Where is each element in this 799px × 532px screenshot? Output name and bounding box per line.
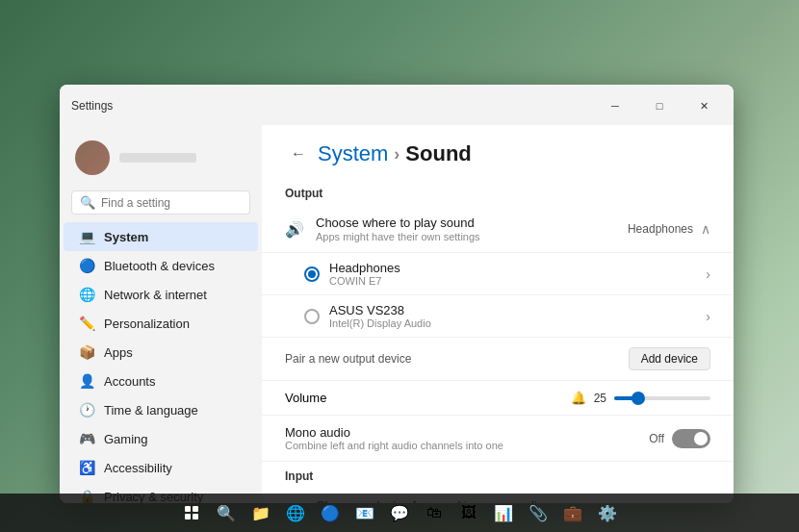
radio-left-asus: ASUS VS238 Intel(R) Display Audio — [304, 303, 431, 329]
sidebar-item-network[interactable]: 🌐 Network & internet — [64, 280, 258, 309]
sidebar-item-label: Gaming — [104, 432, 148, 446]
minimize-button[interactable]: ─ — [593, 90, 637, 121]
asus-label: ASUS VS238 — [329, 303, 431, 317]
sidebar-item-system[interactable]: 💻 System — [64, 222, 258, 251]
mono-toggle[interactable] — [672, 429, 710, 448]
mono-title: Mono audio — [285, 425, 503, 440]
taskbar-chrome[interactable]: 🌐 — [280, 497, 311, 528]
headphones-text: Headphones COWIN E7 — [329, 261, 400, 287]
sidebar-item-label: Bluetooth & devices — [104, 259, 215, 273]
personalization-icon: ✏️ — [79, 316, 94, 331]
breadcrumb: ← System › Sound — [285, 140, 710, 167]
sidebar-item-personalization[interactable]: ✏️ Personalization — [64, 309, 258, 338]
bluetooth-icon: 🔵 — [79, 258, 94, 273]
system-icon: 💻 — [79, 229, 94, 244]
taskbar-outlook[interactable]: 📎 — [523, 497, 554, 528]
breadcrumb-separator: › — [394, 144, 400, 165]
chevron-right-icon-2: › — [706, 309, 710, 324]
titlebar: Settings ─ □ ✕ — [60, 85, 734, 125]
taskbar-explorer[interactable]: 📁 — [245, 497, 276, 528]
output-choose-right: Headphones ∧ — [628, 221, 710, 237]
maximize-button[interactable]: □ — [637, 90, 682, 121]
volume-label: Volume — [285, 391, 326, 405]
breadcrumb-current: Sound — [405, 141, 471, 166]
volume-slider[interactable] — [614, 396, 710, 400]
time-icon: 🕐 — [79, 402, 94, 418]
taskbar-mail[interactable]: 📧 — [349, 497, 380, 528]
taskbar-excel[interactable]: 📊 — [488, 497, 519, 528]
headphones-label: Headphones — [329, 261, 400, 275]
titlebar-controls: ─ □ ✕ — [593, 90, 726, 121]
sidebar-item-accessibility[interactable]: ♿ Accessibility — [64, 453, 258, 482]
sidebar: 🔍 💻 System 🔵 Bluetooth & devices 🌐 Netwo… — [60, 125, 262, 503]
radio-headphones — [304, 266, 320, 282]
asus-text: ASUS VS238 Intel(R) Display Audio — [329, 303, 431, 329]
speaker-icon: 🔊 — [285, 220, 304, 239]
taskbar-teams[interactable]: 💬 — [384, 497, 415, 528]
sidebar-item-gaming[interactable]: 🎮 Gaming — [64, 424, 258, 453]
search-input[interactable] — [101, 196, 245, 210]
sidebar-item-bluetooth[interactable]: 🔵 Bluetooth & devices — [64, 251, 258, 280]
taskbar-edge[interactable]: 🔵 — [315, 497, 346, 528]
main-header: ← System › Sound — [262, 125, 734, 179]
user-name — [119, 153, 196, 163]
sidebar-item-label: Personalization — [104, 317, 190, 331]
volume-icon: 🔔 — [571, 391, 586, 405]
sidebar-item-label: Apps — [104, 345, 133, 360]
start-button[interactable] — [176, 497, 207, 528]
settings-window: Settings ─ □ ✕ 🔍 💻 System 🔵 B — [60, 85, 734, 503]
windows-logo — [185, 506, 198, 519]
volume-left: Volume — [285, 391, 326, 405]
setting-left: 🔊 Choose where to play sound Apps might … — [285, 215, 480, 242]
sidebar-item-accounts[interactable]: 👤 Accounts — [64, 367, 258, 395]
taskbar-photos[interactable]: 🖼 — [453, 497, 484, 528]
sidebar-item-apps[interactable]: 📦 Apps — [64, 338, 258, 367]
sidebar-item-label: Accessibility — [104, 461, 172, 475]
mono-state: Off — [649, 432, 664, 445]
mono-sub: Combine left and right audio channels in… — [285, 440, 503, 451]
headphones-sub: COWIN E7 — [329, 275, 400, 287]
output-choose-row[interactable]: 🔊 Choose where to play sound Apps might … — [262, 206, 734, 253]
output-device-headphones[interactable]: Headphones COWIN E7 › — [262, 253, 734, 295]
volume-right: 🔔 25 — [571, 391, 710, 405]
input-section-label: Input — [262, 462, 734, 489]
radio-left: Headphones COWIN E7 — [304, 261, 400, 287]
apps-icon: 📦 — [79, 344, 94, 360]
titlebar-left: Settings — [71, 99, 113, 113]
main-content: ← System › Sound Output 🔊 Choose where t… — [262, 125, 734, 503]
chevron-up-icon: ∧ — [701, 221, 710, 237]
mono-audio-row: Mono audio Combine left and right audio … — [262, 416, 734, 462]
choose-output-title: Choose where to play sound — [316, 215, 480, 230]
chevron-right-icon: › — [706, 266, 710, 282]
taskbar-search[interactable]: 🔍 — [211, 497, 242, 528]
sidebar-item-label: Accounts — [104, 374, 155, 389]
breadcrumb-parent[interactable]: System — [318, 141, 388, 166]
pair-output-label: Pair a new output device — [285, 352, 411, 366]
add-output-device-button[interactable]: Add device — [629, 347, 710, 370]
back-button[interactable]: ← — [285, 140, 312, 167]
asus-sub: Intel(R) Display Audio — [329, 317, 431, 329]
user-section — [60, 133, 262, 187]
close-button[interactable]: ✕ — [682, 90, 726, 121]
taskbar-store[interactable]: 🛍 — [419, 497, 450, 528]
taskbar-skype[interactable]: 💼 — [557, 497, 588, 528]
pair-output-row: Pair a new output device Add device — [262, 338, 734, 381]
choose-output-text: Choose where to play sound Apps might ha… — [316, 215, 480, 242]
search-icon: 🔍 — [80, 195, 95, 210]
search-box[interactable]: 🔍 — [71, 190, 250, 215]
volume-row: Volume 🔔 25 — [262, 381, 734, 416]
sidebar-item-label: System — [104, 230, 148, 244]
radio-asus — [304, 309, 320, 324]
gaming-icon: 🎮 — [79, 431, 94, 446]
sidebar-item-label: Time & language — [104, 403, 198, 418]
accessibility-icon: ♿ — [79, 460, 94, 475]
taskbar-settings[interactable]: ⚙️ — [592, 497, 623, 528]
mono-right: Off — [649, 429, 710, 448]
sidebar-item-label: Network & internet — [104, 288, 207, 302]
sidebar-item-time[interactable]: 🕐 Time & language — [64, 395, 258, 424]
mono-left: Mono audio Combine left and right audio … — [285, 425, 503, 451]
network-icon: 🌐 — [79, 287, 94, 302]
avatar — [75, 140, 110, 175]
window-title: Settings — [71, 99, 113, 113]
output-device-asus[interactable]: ASUS VS238 Intel(R) Display Audio › — [262, 295, 734, 338]
